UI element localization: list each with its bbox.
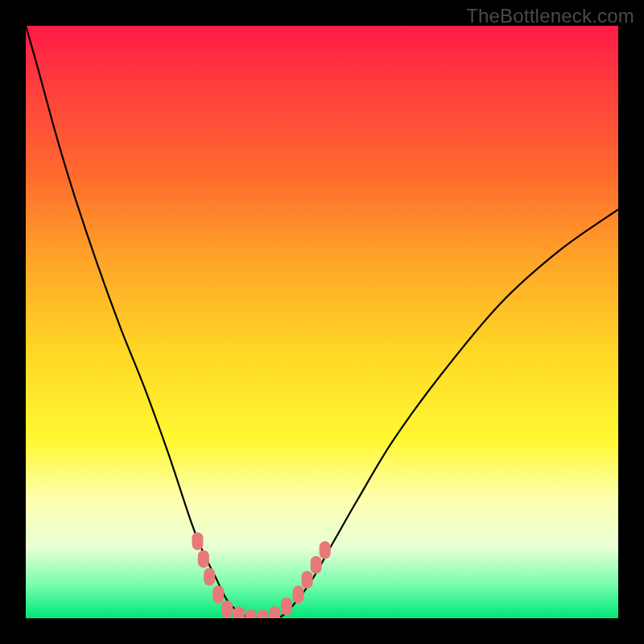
curve-marker xyxy=(302,571,313,588)
marker-group xyxy=(192,532,330,618)
curve-marker xyxy=(198,550,209,568)
curve-marker xyxy=(213,586,224,604)
chart-frame: TheBottleneck.com xyxy=(0,0,644,644)
curve-marker xyxy=(233,606,245,618)
watermark-text: TheBottleneck.com xyxy=(466,5,634,27)
curve-marker xyxy=(281,597,292,615)
curve-marker xyxy=(320,541,331,559)
curve-marker xyxy=(257,609,268,618)
bottleneck-curve-path xyxy=(26,26,618,618)
curve-layer xyxy=(26,26,618,618)
curve-marker xyxy=(246,609,257,618)
curve-marker xyxy=(293,586,304,604)
curve-marker xyxy=(192,532,203,550)
curve-marker xyxy=(204,568,215,585)
plot-area xyxy=(26,26,618,618)
curve-marker xyxy=(221,601,233,618)
curve-marker xyxy=(311,556,322,574)
curve-marker xyxy=(269,606,280,618)
